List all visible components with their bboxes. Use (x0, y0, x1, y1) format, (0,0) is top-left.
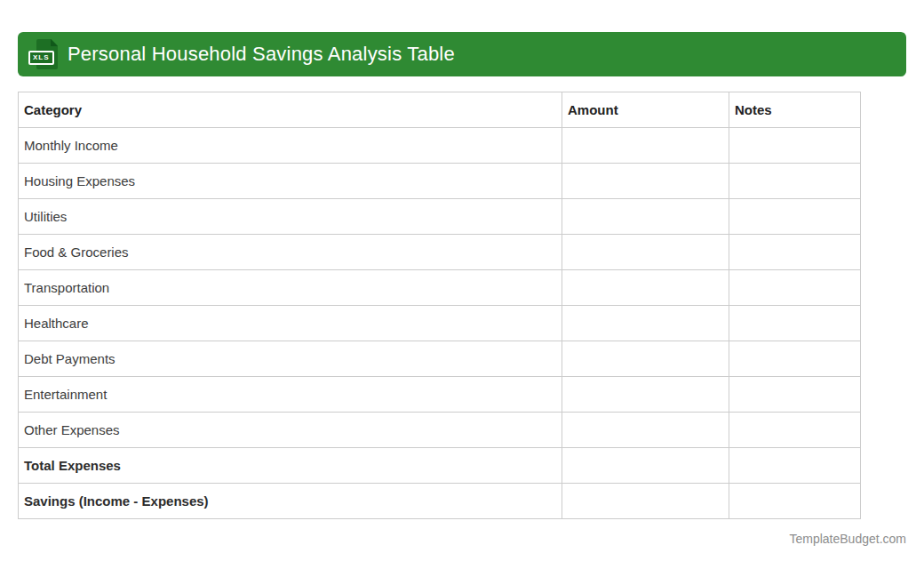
category-cell: Utilities (19, 199, 562, 235)
table-row: Monthly Income (19, 128, 861, 164)
amount-cell (562, 448, 729, 484)
notes-cell (729, 484, 861, 519)
table-row-total-expenses: Total Expenses (19, 448, 861, 484)
notes-cell (729, 413, 861, 448)
amount-cell (562, 377, 729, 413)
table-row-savings: Savings (Income - Expenses) (19, 484, 861, 519)
table-row: Housing Expenses (19, 164, 861, 199)
notes-cell (729, 164, 861, 199)
table-row: Other Expenses (19, 413, 861, 448)
notes-cell (729, 128, 861, 164)
amount-cell (562, 164, 729, 199)
category-cell: Entertainment (19, 377, 562, 413)
notes-cell (729, 270, 861, 306)
page-title: Personal Household Savings Analysis Tabl… (68, 43, 455, 66)
table-row: Debt Payments (19, 341, 861, 377)
header-bar: XLS Personal Household Savings Analysis … (18, 32, 906, 76)
notes-cell (729, 306, 861, 341)
amount-cell (562, 199, 729, 235)
amount-cell (562, 484, 729, 519)
notes-cell (729, 199, 861, 235)
column-header-amount: Amount (562, 92, 729, 128)
amount-cell (562, 270, 729, 306)
table-row: Utilities (19, 199, 861, 235)
amount-cell (562, 235, 729, 270)
column-header-notes: Notes (729, 92, 861, 128)
category-cell: Total Expenses (19, 448, 562, 484)
column-header-category: Category (19, 92, 562, 128)
category-cell: Other Expenses (19, 413, 562, 448)
amount-cell (562, 341, 729, 377)
category-cell: Food & Groceries (19, 235, 562, 270)
notes-cell (729, 377, 861, 413)
xls-file-icon-badge: XLS (28, 51, 54, 65)
category-cell: Debt Payments (19, 341, 562, 377)
category-cell: Healthcare (19, 306, 562, 341)
amount-cell (562, 306, 729, 341)
category-cell: Monthly Income (19, 128, 562, 164)
notes-cell (729, 235, 861, 270)
table-row: Entertainment (19, 377, 861, 413)
site-watermark: TemplateBudget.com (789, 532, 906, 546)
table-row: Transportation (19, 270, 861, 306)
table-row: Healthcare (19, 306, 861, 341)
category-cell: Transportation (19, 270, 562, 306)
category-cell: Savings (Income - Expenses) (19, 484, 562, 519)
notes-cell (729, 448, 861, 484)
category-cell: Housing Expenses (19, 164, 562, 199)
table-row: Food & Groceries (19, 235, 861, 270)
amount-cell (562, 413, 729, 448)
amount-cell (562, 128, 729, 164)
savings-analysis-table: Category Amount Notes Monthly Income Hou… (18, 92, 861, 519)
xls-file-icon: XLS (28, 37, 59, 71)
notes-cell (729, 341, 861, 377)
table-header-row: Category Amount Notes (19, 92, 861, 128)
xls-file-icon-fold (51, 39, 58, 46)
